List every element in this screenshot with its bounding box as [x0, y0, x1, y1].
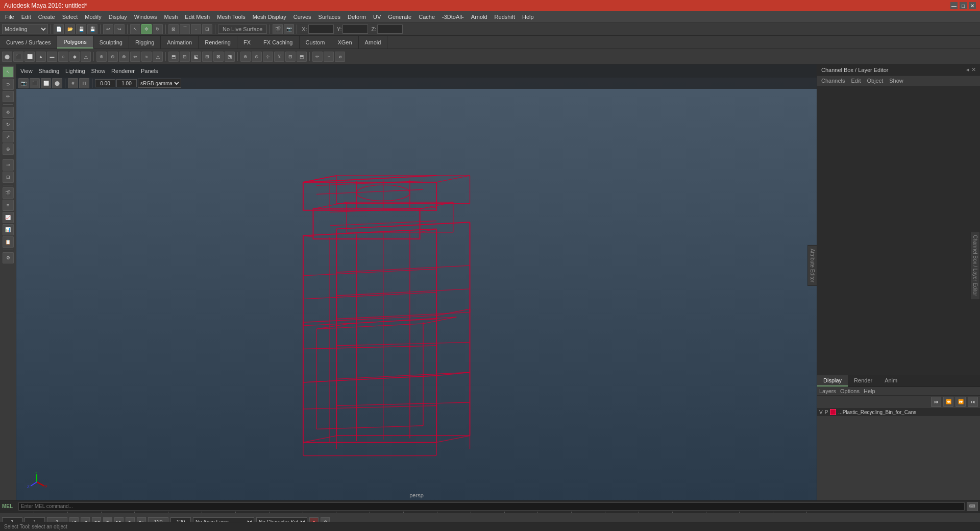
open-file-button[interactable]: 📂 — [65, 24, 75, 34]
viewport[interactable]: View Shading Lighting Show Renderer Pane… — [16, 64, 817, 502]
viewport-renderer-menu[interactable]: Renderer — [111, 68, 135, 74]
poly-cube[interactable]: ⬛ — [13, 52, 23, 62]
menu-select[interactable]: Select — [59, 13, 81, 21]
menu-curves[interactable]: Curves — [290, 13, 314, 21]
menu-cache[interactable]: Cache — [415, 13, 438, 21]
menu-mesh[interactable]: Mesh — [161, 13, 181, 21]
tab-arnold[interactable]: Arnold — [359, 36, 388, 49]
paint-select-btn[interactable]: ✏ — [3, 91, 14, 102]
layers-menu[interactable]: Layers — [819, 388, 836, 394]
display-tab[interactable]: Display — [817, 375, 848, 387]
fill-hole[interactable]: ⬔ — [225, 52, 235, 62]
extrude[interactable]: ⬒ — [168, 52, 179, 62]
tab-curves-surfaces[interactable]: Curves / Surfaces — [0, 36, 57, 49]
menu-mesh-tools[interactable]: Mesh Tools — [214, 13, 248, 21]
bevel[interactable]: ⬕ — [191, 52, 201, 62]
channel-box-side-tab[interactable]: Channel Box / Layer Editor — [970, 231, 980, 300]
anim-tab[interactable]: Anim — [878, 375, 903, 387]
snap-grid[interactable]: ⊠ — [168, 24, 179, 34]
layer-end[interactable]: ⏭ — [968, 397, 978, 407]
menu-edit-mesh[interactable]: Edit Mesh — [182, 13, 213, 21]
menu-uv[interactable]: UV — [370, 13, 384, 21]
tab-polygons[interactable]: Polygons — [57, 36, 93, 49]
near-clip[interactable] — [116, 79, 137, 87]
ipr-button[interactable]: 📷 — [284, 24, 294, 34]
graph-editor-btn[interactable]: 📈 — [3, 212, 14, 223]
save-button[interactable]: 💾 — [76, 24, 86, 34]
soft-mod[interactable]: ⌀ — [335, 52, 345, 62]
window-controls[interactable]: — □ ✕ — [950, 2, 976, 9]
menu-generate[interactable]: Generate — [385, 13, 414, 21]
poly-pyramid[interactable]: △ — [81, 52, 91, 62]
wedge[interactable]: ⊻ — [274, 52, 284, 62]
separate[interactable]: ⊖ — [108, 52, 118, 62]
minimize-button[interactable]: — — [950, 2, 958, 9]
tab-fx[interactable]: FX — [237, 36, 257, 49]
smooth-shade[interactable]: ⬤ — [52, 78, 62, 88]
universal-manip-btn[interactable]: ⊕ — [3, 143, 14, 155]
viewport-shading-menu[interactable]: Shading — [39, 68, 59, 74]
render-tab[interactable]: Render — [848, 375, 878, 387]
coord-z-input[interactable] — [377, 25, 403, 34]
render-view-btn[interactable]: 🎬 — [3, 187, 14, 199]
maximize-button[interactable]: □ — [960, 2, 967, 9]
layer-rewind[interactable]: ⏮ — [931, 397, 941, 407]
attribute-editor-tab[interactable]: Attribute Editor — [807, 245, 817, 286]
layer-playback[interactable]: P — [825, 409, 828, 415]
settings-btn[interactable]: ⚙ — [3, 252, 14, 263]
soft-select-btn[interactable]: ⊸ — [3, 159, 14, 171]
options-menu[interactable]: Options — [840, 388, 860, 394]
tab-animation[interactable]: Animation — [161, 36, 199, 49]
layer-editor-btn[interactable]: ≡ — [3, 200, 14, 211]
menu-help[interactable]: Help — [519, 13, 537, 21]
select-tool[interactable]: ↖ — [130, 24, 140, 34]
trax-editor-btn[interactable]: 📋 — [3, 236, 14, 248]
layer-name[interactable]: ...Plastic_Recycling_Bin_for_Cans — [838, 409, 916, 415]
insert-edge[interactable]: ⊞ — [202, 52, 212, 62]
collapse[interactable]: ⊝ — [252, 52, 262, 62]
camera-select[interactable]: 📷 — [18, 78, 29, 88]
connect[interactable]: ⊠ — [213, 52, 224, 62]
select-tool-btn[interactable]: ↖ — [3, 66, 14, 78]
sculpt-geom[interactable]: ⌁ — [324, 52, 334, 62]
poke[interactable]: ⊹ — [263, 52, 273, 62]
coord-x-input[interactable] — [308, 25, 334, 34]
poly-cylinder[interactable]: ⬜ — [24, 52, 35, 62]
show-manipulator-btn[interactable]: ⊡ — [3, 172, 14, 183]
menu-arnold[interactable]: Arnold — [468, 13, 491, 21]
poly-cone[interactable]: ▲ — [36, 52, 46, 62]
duplicate-face[interactable]: ⊟ — [285, 52, 296, 62]
move-tool-btn[interactable]: ✥ — [3, 107, 14, 118]
layer-forward[interactable]: ⏩ — [955, 397, 966, 407]
display-mode[interactable]: ⬛ — [30, 78, 40, 88]
move-tool[interactable]: ✥ — [141, 24, 152, 34]
menu-3dtoall[interactable]: -3DtoAll- — [439, 13, 467, 21]
menu-create[interactable]: Create — [35, 13, 58, 21]
extract-face[interactable]: ⬒ — [297, 52, 307, 62]
edit-tab[interactable]: Edit — [851, 78, 861, 84]
workspace-dropdown[interactable]: Modeling — [2, 24, 48, 34]
menu-mesh-display[interactable]: Mesh Display — [250, 13, 289, 21]
menu-edit[interactable]: Edit — [18, 13, 34, 21]
rotate-tool-btn[interactable]: ↻ — [3, 119, 14, 130]
focus-distance[interactable] — [95, 79, 115, 87]
merge[interactable]: ⊛ — [240, 52, 251, 62]
viewport-show-menu[interactable]: Show — [91, 68, 106, 74]
channels-tab[interactable]: Channels — [821, 78, 845, 84]
close-button[interactable]: ✕ — [969, 2, 976, 9]
viewport-panels-menu[interactable]: Panels — [141, 68, 158, 74]
render-button[interactable]: 🎬 — [273, 24, 283, 34]
help-menu[interactable]: Help — [864, 388, 875, 394]
color-mode-select[interactable]: sRGB gamma — [138, 79, 181, 88]
boolean[interactable]: ⊗ — [119, 52, 129, 62]
tab-rigging[interactable]: Rigging — [129, 36, 161, 49]
heads-up-display[interactable]: H — [79, 78, 89, 88]
triangulate[interactable]: △ — [153, 52, 163, 62]
layer-color-swatch[interactable] — [830, 409, 836, 415]
paint-vertex[interactable]: ✏ — [312, 52, 323, 62]
channel-box-close[interactable]: ✕ — [971, 66, 976, 73]
poly-torus[interactable]: ○ — [58, 52, 68, 62]
scale-tool-btn[interactable]: ⤢ — [3, 131, 14, 142]
new-file-button[interactable]: 📄 — [54, 24, 64, 34]
script-editor-button[interactable]: ⌨ — [967, 502, 978, 511]
